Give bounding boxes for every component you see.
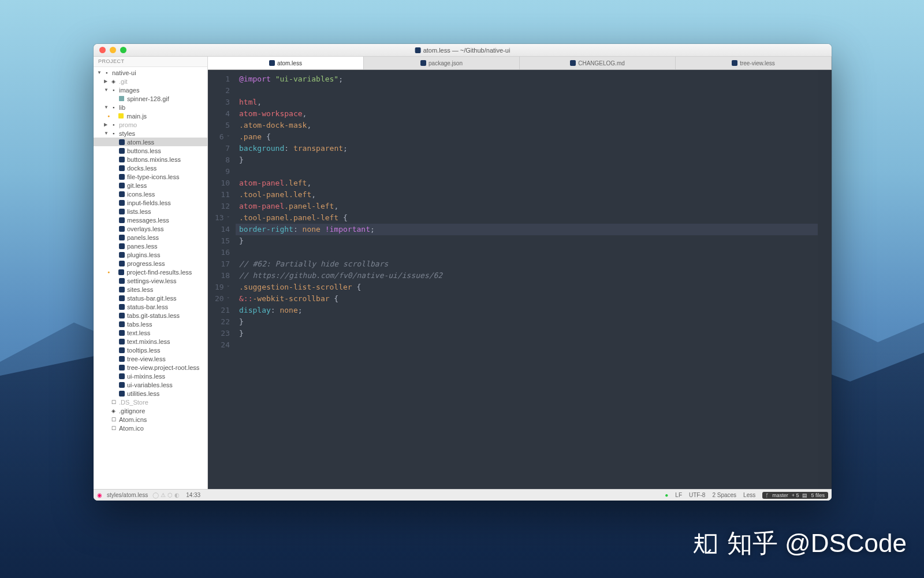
code-line[interactable]: } (236, 154, 818, 166)
tree-item[interactable]: ☐Atom.icns (94, 415, 207, 424)
minimap[interactable] (818, 70, 832, 489)
tree-item[interactable]: buttons.less (94, 146, 207, 155)
line-number[interactable]: 12 (208, 201, 230, 212)
line-number[interactable]: 24 (208, 339, 230, 351)
tree-item[interactable]: status-bar.less (94, 302, 207, 311)
tree-item[interactable]: text.mixins.less (94, 337, 207, 346)
tree-item[interactable]: ▼▪lib (94, 103, 207, 112)
code-line[interactable]: @import "ui-variables"; (236, 73, 818, 85)
tab[interactable]: atom.less (208, 57, 364, 69)
disclosure-triangle-icon[interactable]: ▼ (104, 131, 109, 136)
line-number[interactable]: 17 (208, 258, 230, 270)
code-line[interactable]: .atom-dock-mask, (236, 120, 818, 131)
line-number[interactable]: 16 (208, 247, 230, 258)
tree-item[interactable]: messages.less (94, 216, 207, 224)
tree-item[interactable]: overlays.less (94, 224, 207, 233)
indent-setting[interactable]: 2 Spaces (712, 492, 736, 498)
squirrel-icon[interactable]: ◉ (97, 492, 102, 498)
line-number[interactable]: 4 (208, 108, 230, 120)
code-line[interactable]: // https://github.com/fv0/native-ui/issu… (236, 270, 818, 281)
disclosure-triangle-icon[interactable]: ▶ (104, 79, 109, 84)
disclosure-triangle-icon[interactable]: ▼ (104, 87, 109, 92)
tree-item[interactable]: ▶◈.git (94, 77, 207, 86)
line-number[interactable]: 6 (208, 131, 230, 143)
tree-item[interactable]: ☐Atom.ico (94, 424, 207, 432)
encoding[interactable]: UTF-8 (689, 492, 705, 498)
tab[interactable]: tree-view.less (676, 57, 832, 69)
tree-item[interactable]: spinner-128.gif (94, 94, 207, 103)
line-number[interactable]: 15 (208, 235, 230, 247)
tree-item[interactable]: ui-mixins.less (94, 372, 207, 380)
sync-status-icon[interactable]: ● (665, 492, 668, 498)
line-number[interactable]: 1 (208, 73, 230, 85)
line-number[interactable]: 11 (208, 189, 230, 201)
line-number[interactable]: 21 (208, 305, 230, 316)
code-line[interactable]: .pane { (236, 131, 818, 143)
tree-item[interactable]: ☐.DS_Store (94, 398, 207, 406)
code-line[interactable]: background: transparent; (236, 143, 818, 154)
disclosure-triangle-icon[interactable]: ▼ (97, 70, 102, 75)
line-number[interactable]: 8 (208, 154, 230, 166)
code-line[interactable] (236, 339, 818, 351)
line-number[interactable]: 18 (208, 270, 230, 281)
code-line[interactable]: atom-panel.left, (236, 177, 818, 189)
tree-item[interactable]: buttons.mixins.less (94, 155, 207, 164)
code-line[interactable]: border-right: none !important; (236, 224, 818, 235)
tree-item[interactable]: tooltips.less (94, 346, 207, 354)
tree-item[interactable]: tabs.git-status.less (94, 311, 207, 320)
line-number[interactable]: 9 (208, 166, 230, 177)
line-number[interactable]: 14 (208, 224, 230, 235)
tree-item[interactable]: tree-view.less (94, 354, 207, 363)
code-line[interactable] (236, 85, 818, 97)
line-number[interactable]: 20 (208, 293, 230, 305)
close-icon[interactable] (99, 47, 106, 53)
code-area[interactable]: 123456789101112131415161718192021222324 … (208, 70, 832, 489)
code-line[interactable] (236, 166, 818, 177)
code-line[interactable]: &::-webkit-scrollbar { (236, 293, 818, 305)
tree-item[interactable]: settings-view.less (94, 276, 207, 285)
tree-item[interactable]: ◈.gitignore (94, 406, 207, 415)
tree-item[interactable]: icons.less (94, 190, 207, 198)
tree-item[interactable]: ▼▪images (94, 86, 207, 94)
tree-item[interactable]: progress.less (94, 259, 207, 268)
code-line[interactable]: } (236, 328, 818, 339)
line-number[interactable]: 22 (208, 316, 230, 328)
tree-item[interactable]: input-fields.less (94, 198, 207, 207)
tree-item[interactable]: ▼▪native-ui (94, 68, 207, 77)
disclosure-triangle-icon[interactable]: ▶ (104, 122, 109, 127)
tree-item[interactable]: status-bar.git.less (94, 294, 207, 302)
file-tree[interactable]: ▼▪native-ui▶◈.git▼▪imagesspinner-128.gif… (94, 67, 207, 489)
code-line[interactable]: atom-panel.panel-left, (236, 201, 818, 212)
line-number[interactable]: 10 (208, 177, 230, 189)
git-status-pill[interactable]: ᚶ master + 5 ▤ 5 files (762, 492, 828, 499)
tree-item[interactable]: plugins.less (94, 250, 207, 259)
tree-item[interactable]: panes.less (94, 242, 207, 250)
tree-item[interactable]: atom.less (94, 138, 207, 146)
line-number[interactable]: 2 (208, 85, 230, 97)
status-path[interactable]: styles/atom.less (107, 492, 148, 498)
tree-item[interactable]: utilities.less (94, 389, 207, 398)
code-line[interactable]: // #62: Partially hide scrollbars (236, 258, 818, 270)
tree-item[interactable]: sites.less (94, 285, 207, 294)
line-number[interactable]: 3 (208, 97, 230, 108)
tree-item[interactable]: lists.less (94, 207, 207, 216)
tree-item[interactable]: file-type-icons.less (94, 172, 207, 181)
code-content[interactable]: @import "ui-variables"; html,atom-worksp… (236, 70, 818, 489)
tree-item[interactable]: text.less (94, 328, 207, 337)
maximize-icon[interactable] (120, 47, 126, 53)
tab[interactable]: CHANGELOG.md (520, 57, 676, 69)
cursor-position[interactable]: 14:33 (186, 492, 200, 498)
titlebar[interactable]: atom.less — ~/Github/native-ui (94, 44, 832, 57)
tree-item[interactable]: tabs.less (94, 320, 207, 328)
disclosure-triangle-icon[interactable]: ▼ (104, 105, 109, 110)
line-number[interactable]: 19 (208, 281, 230, 293)
tree-item[interactable]: ▶▪promo (94, 120, 207, 129)
line-number[interactable]: 23 (208, 328, 230, 339)
code-line[interactable]: html, (236, 97, 818, 108)
line-number[interactable]: 13 (208, 212, 230, 224)
code-line[interactable]: display: none; (236, 305, 818, 316)
minimize-icon[interactable] (110, 47, 116, 53)
code-line[interactable]: } (236, 316, 818, 328)
tree-item[interactable]: ▼▪styles (94, 129, 207, 138)
tree-item[interactable]: project-find-results.less (94, 268, 207, 276)
